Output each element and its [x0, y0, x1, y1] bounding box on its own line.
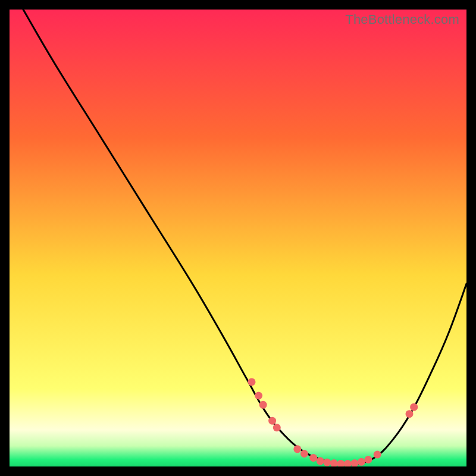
sample-dot: [406, 410, 414, 418]
sample-dot: [255, 392, 262, 400]
chart-canvas: [10, 10, 466, 466]
sample-dot: [317, 457, 324, 465]
watermark-text: TheBottleneck.com: [345, 12, 459, 27]
sample-dot: [259, 401, 267, 409]
sample-dot: [268, 417, 276, 425]
sample-dot: [293, 445, 301, 453]
sample-dot: [323, 459, 331, 466]
gradient-background: [10, 10, 466, 466]
sample-dot: [364, 456, 372, 464]
sample-dot: [248, 378, 256, 386]
sample-dot: [410, 403, 418, 411]
chart-frame: TheBottleneck.com: [10, 10, 466, 466]
sample-dot: [273, 424, 281, 431]
sample-dot: [358, 458, 365, 466]
sample-dot: [374, 451, 381, 459]
sample-dot: [309, 454, 317, 462]
sample-dot: [300, 450, 308, 458]
